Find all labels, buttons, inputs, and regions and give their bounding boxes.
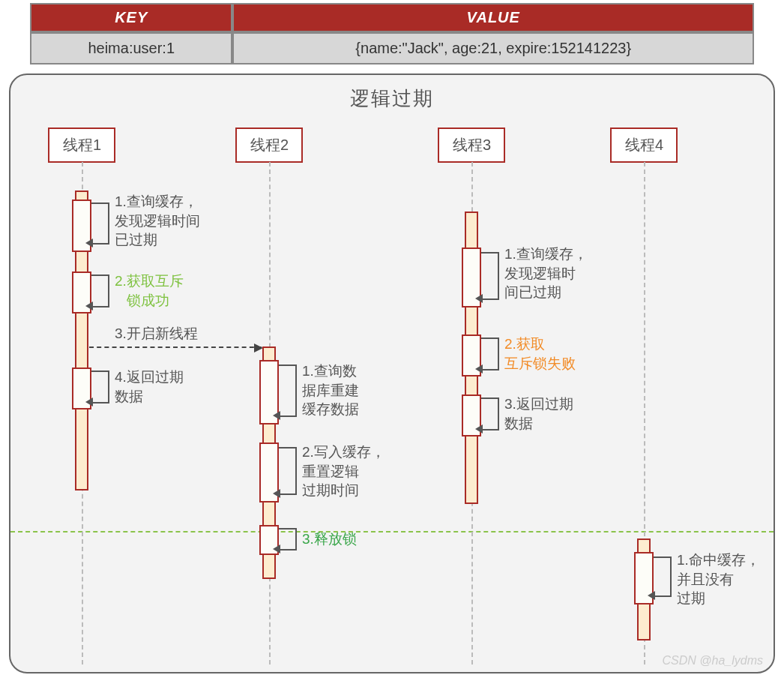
kv-header-key: KEY xyxy=(30,3,232,32)
t2-step2-loop xyxy=(279,447,297,495)
t1-step4-loop xyxy=(91,370,109,404)
t3-step2-loop xyxy=(481,338,499,370)
watermark: CSDN @ha_lydms xyxy=(663,654,764,668)
t3-step2-label: 2.获取互斥锁失败 xyxy=(504,334,576,373)
thread-1-head: 线程1 xyxy=(48,128,115,163)
t2-step1-label: 1.查询数据库重建缓存数据 xyxy=(302,362,359,419)
t2-step1-loop xyxy=(279,364,297,417)
kv-cell-value: {name:"Jack", age:21, expire:152141223} xyxy=(232,32,754,64)
t3-step3-loop xyxy=(481,398,499,430)
t1-step2-label: 2.获取互斥 锁成功 xyxy=(115,272,184,310)
thread-2-head: 线程2 xyxy=(235,128,303,163)
t2-step3-label: 3.释放锁 xyxy=(302,530,357,549)
thread-4-head: 线程4 xyxy=(610,128,678,163)
lane-thread-2: 线程2 1.查询数据库重建缓存数据 2.写入缓存，重置逻辑过期时间 3.释放锁 xyxy=(235,128,303,664)
thread-3-head: 线程3 xyxy=(438,128,505,163)
t3-step3-label: 3.返回过期数据 xyxy=(504,394,573,433)
t1-step2-loop xyxy=(91,274,109,308)
lane-thread-3: 线程3 1.查询缓存，发现逻辑时间已过期 2.获取互斥锁失败 3.返回过期数据 xyxy=(438,128,505,664)
lane-thread-4: 线程4 1.命中缓存，并且没有过期 xyxy=(610,128,678,664)
t2-step3-loop xyxy=(279,528,297,550)
kv-header-value: VALUE xyxy=(232,3,754,32)
t3-step1-label: 1.查询缓存，发现逻辑时间已过期 xyxy=(504,244,588,302)
t1-step1-loop xyxy=(91,202,109,244)
lane-thread-1: 线程1 1.查询缓存，发现逻辑时间已过期 2.获取互斥 锁成功 3.开启新线程 … xyxy=(48,128,115,664)
t4-step1-loop xyxy=(654,556,672,597)
t2-step2-label: 2.写入缓存，重置逻辑过期时间 xyxy=(302,442,385,500)
t1-step4-label: 4.返回过期数据 xyxy=(115,368,184,406)
t4-step1-label: 1.命中缓存，并且没有过期 xyxy=(677,550,760,608)
sequence-diagram: 逻辑过期 线程1 1.查询缓存，发现逻辑时间已过期 2.获取互斥 锁成功 3.开… xyxy=(9,74,775,674)
kv-cell-key: heima:user:1 xyxy=(30,32,232,64)
t3-step1-loop xyxy=(481,252,499,300)
t1-step3-label: 3.开启新线程 xyxy=(115,324,198,344)
kv-table: KEY VALUE heima:user:1 {name:"Jack", age… xyxy=(30,3,754,64)
t1-step1-label: 1.查询缓存，发现逻辑时间已过期 xyxy=(115,192,200,250)
diagram-title: 逻辑过期 xyxy=(10,75,774,112)
